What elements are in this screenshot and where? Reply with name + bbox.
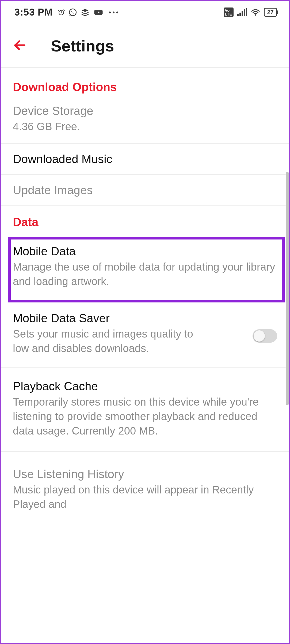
setting-device-storage[interactable]: Device Storage 4.36 GB Free. <box>0 102 290 143</box>
setting-title: Mobile Data <box>13 244 277 259</box>
setting-subtitle: 4.36 GB Free. <box>13 119 277 134</box>
whatsapp-icon <box>68 8 77 17</box>
alarm-icon <box>58 9 65 16</box>
page-title: Settings <box>51 37 114 55</box>
more-icon <box>109 12 118 13</box>
volte-icon: VoLTE <box>224 8 234 17</box>
setting-title: Use Listening History <box>13 467 277 481</box>
wifi-icon <box>251 8 260 17</box>
status-clock: 3:53 PM <box>14 7 53 18</box>
scrollbar[interactable] <box>286 172 289 405</box>
setting-playback-cache[interactable]: Playback Cache Temporarily stores music … <box>0 367 290 451</box>
setting-subtitle: Temporarily stores music on this device … <box>13 395 277 438</box>
section-header-download: Download Options <box>0 71 290 102</box>
settings-list[interactable]: Download Options Device Storage 4.36 GB … <box>0 68 290 609</box>
setting-downloaded-music[interactable]: Downloaded Music <box>0 143 290 174</box>
svg-point-3 <box>255 14 256 16</box>
battery-indicator: 27 <box>264 8 277 17</box>
app-header: Settings <box>0 25 290 68</box>
back-button[interactable] <box>13 38 27 53</box>
setting-update-images[interactable]: Update Images <box>0 174 290 205</box>
list-top-gap <box>0 68 290 71</box>
setting-subtitle: Music played on this device will appear … <box>13 482 277 511</box>
setting-mobile-data-saver[interactable]: Mobile Data Saver Sets your music and im… <box>0 301 290 367</box>
setting-title: Playback Cache <box>13 379 277 394</box>
setting-use-listening-history[interactable]: Use Listening History Music played on th… <box>0 451 290 518</box>
toggle-mobile-data-saver[interactable] <box>253 329 277 343</box>
status-bar: 3:53 PM VoLTE 27 <box>0 0 290 25</box>
setting-title: Device Storage <box>13 103 277 118</box>
setting-subtitle: Sets your music and images quality to lo… <box>13 327 205 355</box>
youtube-icon <box>93 8 104 17</box>
section-header-data: Data <box>0 205 290 237</box>
setting-mobile-data[interactable]: Mobile Data Manage the use of mobile dat… <box>0 237 290 301</box>
setting-subtitle: Manage the use of mobile data for updati… <box>13 260 277 289</box>
setting-title: Mobile Data Saver <box>13 311 242 325</box>
android-nav-bar <box>0 609 290 644</box>
setting-title: Update Images <box>13 183 277 197</box>
signal-icon <box>237 8 247 16</box>
setting-title: Downloaded Music <box>13 152 277 166</box>
stack-icon <box>81 8 90 17</box>
